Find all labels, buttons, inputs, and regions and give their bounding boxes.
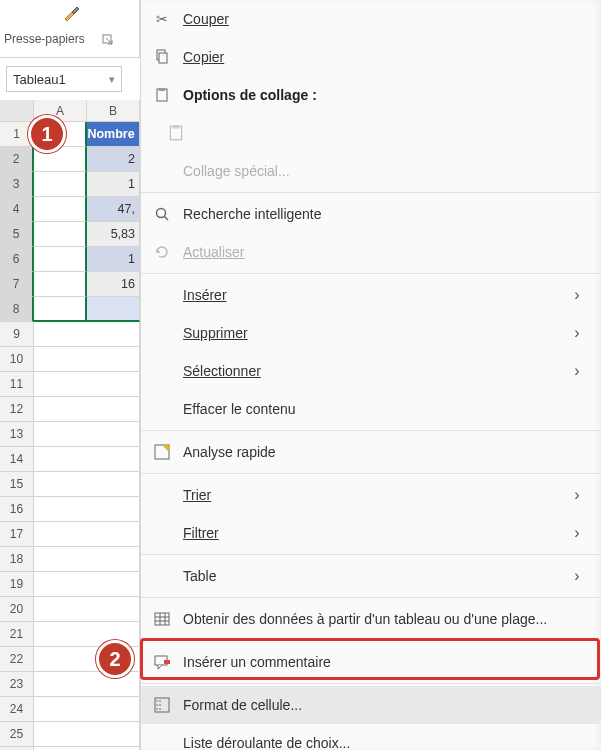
menu-paste-options-header: Options de collage : <box>141 76 601 114</box>
row-head[interactable]: 10 <box>0 347 34 372</box>
search-icon <box>141 206 183 222</box>
cell[interactable] <box>34 422 140 447</box>
cell[interactable] <box>34 247 87 272</box>
cell[interactable] <box>34 447 140 472</box>
cell[interactable] <box>34 172 87 197</box>
cell[interactable] <box>34 222 87 247</box>
row-head[interactable]: 17 <box>0 522 34 547</box>
row-head[interactable]: 15 <box>0 472 34 497</box>
cell[interactable] <box>34 522 140 547</box>
cell[interactable]: 2 <box>87 147 140 172</box>
menu-get-data-from-table[interactable]: Obtenir des données à partir d'un tablea… <box>141 600 601 638</box>
cell[interactable] <box>34 672 140 697</box>
cell[interactable]: 16 <box>87 272 140 297</box>
menu-label: Sélectionner <box>183 363 261 379</box>
ribbon-clipboard-section: Presse-papiers <box>0 0 140 58</box>
row-head[interactable]: 24 <box>0 697 34 722</box>
cell[interactable] <box>34 347 140 372</box>
cell[interactable]: 5,83 <box>87 222 140 247</box>
menu-quick-analysis[interactable]: Analyse rapide <box>141 433 601 471</box>
svg-rect-2 <box>159 53 167 63</box>
menu-label: Recherche intelligente <box>183 206 589 222</box>
row-head[interactable]: 14 <box>0 447 34 472</box>
menu-filter[interactable]: Filtrer › <box>141 514 601 552</box>
menu-cut[interactable]: ✂ Couper <box>141 0 601 38</box>
row-head[interactable]: 18 <box>0 547 34 572</box>
cell[interactable] <box>34 397 140 422</box>
cell[interactable]: 1 <box>87 172 140 197</box>
cell[interactable] <box>34 472 140 497</box>
svg-rect-10 <box>155 613 169 625</box>
chevron-right-icon: › <box>565 286 589 304</box>
format-painter-icon[interactable] <box>62 2 82 22</box>
chevron-right-icon: › <box>565 567 589 585</box>
menu-label: Couper <box>183 11 229 27</box>
menu-insert-comment[interactable]: Insérer un commentaire <box>141 643 601 681</box>
copy-icon <box>141 49 183 65</box>
scissors-icon: ✂ <box>141 11 183 27</box>
row-head[interactable]: 22 <box>0 647 34 672</box>
row-head[interactable]: 8 <box>0 297 34 322</box>
cell[interactable]: 1 <box>87 247 140 272</box>
cell[interactable] <box>87 297 140 322</box>
dialog-launcher-icon[interactable] <box>102 34 114 46</box>
cell[interactable] <box>34 597 140 622</box>
separator <box>141 192 601 193</box>
cell[interactable] <box>34 297 87 322</box>
menu-delete[interactable]: Supprimer › <box>141 314 601 352</box>
row-head[interactable]: 19 <box>0 572 34 597</box>
cell[interactable] <box>34 322 140 347</box>
row-head[interactable]: 9 <box>0 322 34 347</box>
svg-rect-6 <box>173 125 180 128</box>
cell[interactable] <box>34 547 140 572</box>
menu-smart-lookup[interactable]: Recherche intelligente <box>141 195 601 233</box>
select-all-corner[interactable] <box>0 100 34 122</box>
format-cells-icon <box>141 697 183 713</box>
menu-clear-contents[interactable]: Effacer le contenu <box>141 390 601 428</box>
menu-format-cells[interactable]: Format de cellule... <box>141 686 601 724</box>
row-head[interactable]: 12 <box>0 397 34 422</box>
row-head[interactable]: 3 <box>0 172 34 197</box>
svg-point-7 <box>157 209 166 218</box>
cell[interactable] <box>34 372 140 397</box>
row-head[interactable]: 5 <box>0 222 34 247</box>
menu-table[interactable]: Table › <box>141 557 601 595</box>
row-head[interactable]: 4 <box>0 197 34 222</box>
menu-select[interactable]: Sélectionner › <box>141 352 601 390</box>
row-head[interactable]: 21 <box>0 622 34 647</box>
quick-analysis-icon <box>141 444 183 460</box>
chevron-right-icon: › <box>565 324 589 342</box>
menu-label: Effacer le contenu <box>183 401 589 417</box>
menu-pick-from-dropdown[interactable]: Liste déroulante de choix... <box>141 724 601 750</box>
row-head[interactable]: 20 <box>0 597 34 622</box>
row-head[interactable]: 23 <box>0 672 34 697</box>
menu-insert[interactable]: Insérer › <box>141 276 601 314</box>
cell[interactable]: 47, <box>87 197 140 222</box>
cell[interactable] <box>34 572 140 597</box>
name-box[interactable]: Tableau1 ▾ <box>6 66 122 92</box>
cell[interactable] <box>34 197 87 222</box>
clipboard-icon <box>141 87 183 103</box>
menu-copy[interactable]: Copier <box>141 38 601 76</box>
context-menu: ✂ Couper Copier Options de collage : Col… <box>140 0 601 750</box>
svg-rect-16 <box>164 660 170 664</box>
cell[interactable] <box>34 722 140 747</box>
row-head[interactable]: 11 <box>0 372 34 397</box>
cell[interactable] <box>34 272 87 297</box>
menu-label: Filtrer <box>183 525 219 541</box>
separator <box>141 473 601 474</box>
row-head[interactable]: 7 <box>0 272 34 297</box>
separator <box>141 597 601 598</box>
svg-point-23 <box>156 708 158 710</box>
row-head[interactable]: 6 <box>0 247 34 272</box>
row-head[interactable]: 25 <box>0 722 34 747</box>
cell[interactable] <box>34 497 140 522</box>
table-header-cell[interactable]: Nombre <box>87 122 140 147</box>
cell[interactable] <box>34 697 140 722</box>
menu-sort[interactable]: Trier › <box>141 476 601 514</box>
row-head[interactable]: 13 <box>0 422 34 447</box>
col-head-b[interactable]: B <box>87 100 140 122</box>
row-head[interactable]: 16 <box>0 497 34 522</box>
row-head[interactable]: 2 <box>0 147 34 172</box>
chevron-down-icon[interactable]: ▾ <box>109 73 115 86</box>
